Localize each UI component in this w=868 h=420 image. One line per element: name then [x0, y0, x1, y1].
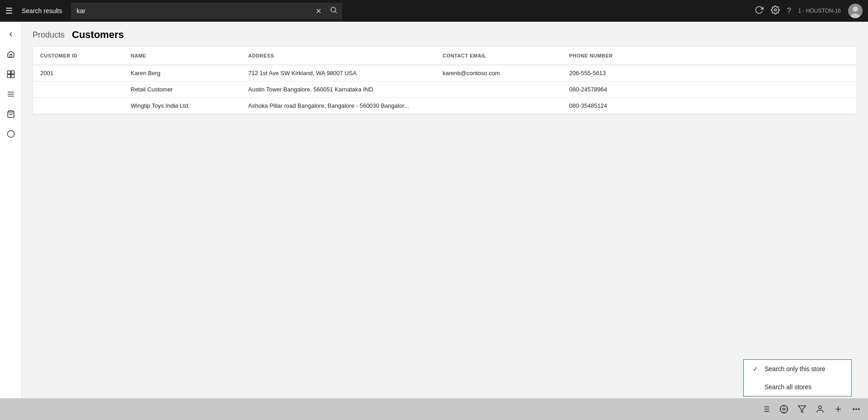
refresh-button[interactable] [755, 5, 764, 17]
svg-point-14 [7, 131, 14, 138]
cell-address: Ashoka Pillar road Bangalore, Bangalore … [241, 98, 435, 114]
svg-point-33 [859, 409, 860, 410]
cell-customer-id [33, 81, 123, 97]
col-name: NAME [123, 50, 241, 61]
avatar[interactable] [848, 4, 863, 18]
back-button[interactable] [2, 25, 20, 43]
cell-customer-id: 2001 [33, 65, 123, 81]
col-customer-id: CUSTOMER ID [33, 50, 123, 61]
sidebar [0, 22, 22, 398]
search-all-stores-option[interactable]: ✓ Search all stores [744, 378, 851, 396]
svg-rect-8 [7, 75, 10, 78]
cell-email [435, 81, 562, 97]
search-clear-button[interactable]: ✕ [312, 7, 325, 15]
col-address: ADDRESS [241, 50, 435, 61]
col-email: CONTACT EMAIL [435, 50, 562, 61]
home-icon[interactable] [2, 45, 20, 63]
svg-point-28 [819, 406, 822, 409]
settings-button[interactable] [771, 5, 780, 17]
tab-products[interactable]: Products [33, 30, 65, 40]
store-label: 1 - HOUSTON-16 [798, 8, 841, 14]
list-view-button[interactable] [761, 405, 770, 414]
content-area: Products Customers CUSTOMER ID NAME ADDR… [22, 22, 868, 398]
page-title: Search results [22, 7, 62, 14]
search-bar: ✕ [71, 3, 342, 19]
check-icon: ✓ [753, 365, 760, 372]
svg-point-4 [853, 6, 858, 12]
person-button[interactable] [816, 405, 825, 414]
cell-phone: 206-555-5613 [562, 65, 857, 81]
search-only-this-store-label: Search only this store [764, 365, 826, 372]
svg-point-0 [331, 7, 336, 12]
add-button[interactable] [834, 405, 843, 414]
search-submit-button[interactable] [325, 6, 342, 16]
table-header: CUSTOMER ID NAME ADDRESS CONTACT EMAIL P… [33, 47, 857, 65]
svg-point-2 [774, 9, 776, 11]
search-all-stores-label: Search all stores [764, 383, 811, 391]
circle-icon[interactable] [2, 125, 20, 143]
svg-rect-9 [11, 75, 14, 78]
tabs-row: Products Customers [33, 29, 857, 41]
search-only-this-store-option[interactable]: ✓ Search only this store [744, 360, 851, 378]
top-bar: ☰ Search results ✕ ? 1 - HOUSTON-16 [0, 0, 868, 22]
help-button[interactable]: ? [787, 7, 791, 15]
svg-line-1 [335, 11, 337, 13]
tab-customers[interactable]: Customers [72, 29, 124, 41]
search-scope-dropdown: ✓ Search only this store ✓ Search all st… [743, 359, 852, 396]
bottom-bar [0, 398, 868, 420]
cell-phone: 080-24578964 [562, 81, 857, 97]
list-icon[interactable] [2, 85, 20, 103]
svg-rect-6 [7, 71, 10, 74]
cell-name: Wingtip Toys India Ltd. [123, 98, 241, 114]
filter-button[interactable] [797, 405, 807, 414]
search-input[interactable] [71, 3, 312, 19]
cell-address: Austin Tower Bangalore, 560051 Karnataka… [241, 81, 435, 97]
products-icon[interactable] [2, 65, 20, 83]
orders-icon[interactable] [2, 105, 20, 123]
table-row[interactable]: Wingtip Toys India Ltd. Ashoka Pillar ro… [33, 98, 857, 114]
svg-point-31 [853, 409, 854, 410]
more-button[interactable] [852, 405, 861, 414]
svg-point-32 [856, 409, 857, 410]
main-layout: Products Customers CUSTOMER ID NAME ADDR… [0, 22, 868, 398]
table-row[interactable]: 2001 Karen Berg 712 1st Ave SW Kirkland,… [33, 65, 857, 81]
cell-phone: 080-35485124 [562, 98, 857, 114]
customers-table: CUSTOMER ID NAME ADDRESS CONTACT EMAIL P… [33, 46, 857, 115]
table-row[interactable]: Retail Customer Austin Tower Bangalore, … [33, 81, 857, 98]
cell-email: karenb@contoso.com [435, 65, 562, 81]
top-bar-actions: ? 1 - HOUSTON-16 [755, 4, 863, 18]
location-button[interactable] [779, 405, 788, 414]
cell-name: Retail Customer [123, 81, 241, 97]
col-phone: PHONE NUMBER [562, 50, 857, 61]
cell-name: Karen Berg [123, 65, 241, 81]
svg-rect-7 [11, 71, 14, 74]
svg-marker-27 [798, 406, 806, 413]
svg-point-22 [783, 408, 785, 410]
menu-icon[interactable]: ☰ [5, 6, 16, 16]
cell-address: 712 1st Ave SW Kirkland, WA 98007 USA [241, 65, 435, 81]
cell-email [435, 98, 562, 114]
cell-customer-id [33, 98, 123, 114]
